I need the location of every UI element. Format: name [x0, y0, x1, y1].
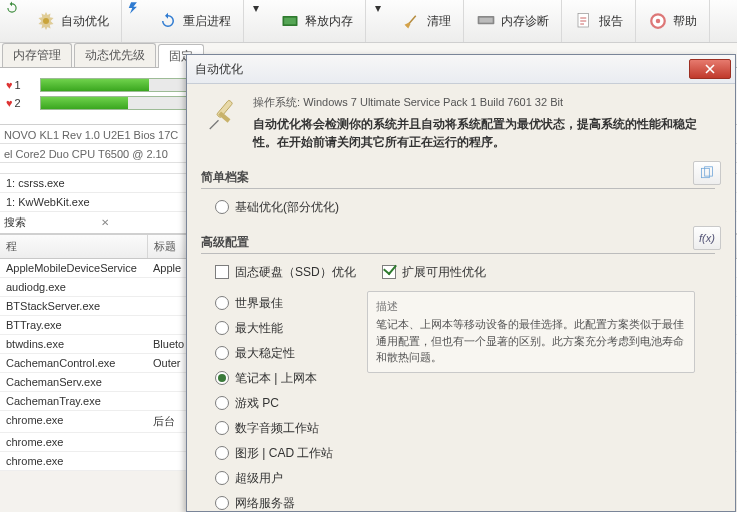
section-title: 高级配置 — [201, 234, 715, 254]
toolbar-label: 帮助 — [673, 13, 697, 30]
syringe-icon — [201, 94, 243, 136]
radio-icon — [215, 496, 229, 510]
section-simple: 简单档案 基础优化(部分优化) — [201, 169, 715, 216]
cell-process: audiodg.exe — [0, 278, 147, 296]
core-label: ♥2 — [6, 97, 34, 109]
core1-bar — [40, 78, 192, 92]
close-button[interactable] — [689, 59, 731, 79]
profile-description-box: 描述 笔记本、上网本等移动设备的最佳选择。此配置方案类似于最佳通用配置，但也有一… — [367, 291, 695, 373]
radio-icon — [215, 371, 229, 385]
radio-icon — [215, 396, 229, 410]
toolbar-label: 清理 — [427, 13, 451, 30]
cell-process: BTTray.exe — [0, 316, 147, 334]
toolbar-auto-optimize[interactable]: 自动优化 — [24, 0, 122, 42]
radio-icon — [215, 421, 229, 435]
radio-profile[interactable]: 数字音频工作站 — [215, 420, 333, 437]
col-header-name[interactable]: 程 — [0, 235, 148, 258]
search-label: 搜索 — [0, 212, 30, 233]
os-value: Windows 7 Ultimate Service Pack 1 Build … — [303, 96, 563, 108]
radio-icon — [215, 321, 229, 335]
toolbar-label: 报告 — [599, 13, 623, 30]
toolbar-label: 释放内存 — [305, 13, 353, 30]
help-icon — [648, 11, 668, 31]
radio-profile[interactable]: 游戏 PC — [215, 395, 333, 412]
radio-profile[interactable]: 超级用户 — [215, 470, 333, 487]
close-icon — [704, 64, 716, 74]
dialog-title: 自动优化 — [195, 61, 243, 78]
fx-icon: f(x) — [699, 232, 715, 244]
svg-rect-4 — [479, 18, 492, 23]
desc-body: 笔记本、上网本等移动设备的最佳选择。此配置方案类似于最佳通用配置，但也有一个显著… — [376, 316, 686, 366]
copy-profile-button[interactable] — [693, 161, 721, 185]
toolbar-label: 重启进程 — [183, 13, 231, 30]
fx-button[interactable]: f(x) — [693, 226, 721, 250]
toolbar-mem-diag[interactable]: 内存诊断 — [464, 0, 562, 42]
radio-icon — [215, 296, 229, 310]
radio-basic-optimize[interactable]: 基础优化(部分优化) — [215, 199, 715, 216]
main-toolbar: 自动优化 重启进程 ▾ 释放内存 ▾ 清理 内存诊断 报告 — [0, 0, 737, 43]
bolt-icon[interactable] — [122, 0, 146, 16]
radio-profile[interactable]: 最大性能 — [215, 320, 333, 337]
chip-icon — [476, 11, 496, 31]
radio-icon — [215, 346, 229, 360]
report-icon — [574, 11, 594, 31]
cell-process: chrome.exe — [0, 433, 147, 451]
dropdown-icon[interactable]: ▾ — [244, 0, 268, 16]
radio-icon — [215, 471, 229, 485]
cell-process: chrome.exe — [0, 411, 147, 432]
dropdown-icon[interactable]: ▾ — [366, 0, 390, 16]
svg-rect-2 — [284, 18, 296, 25]
cell-process: BTStackServer.exe — [0, 297, 147, 315]
toolbar-label: 自动优化 — [61, 13, 109, 30]
section-advanced: 高级配置 f(x) 固态硬盘（SSD）优化 扩展可用性优化 世界最佳最大性能最大… — [201, 234, 715, 513]
toolbar-label: 内存诊断 — [501, 13, 549, 30]
dialog-description: 自动优化将会检测你的系统并且自动将系统配置为最优状态，提高系统的性能和稳定性。在… — [253, 115, 715, 151]
tab-priority[interactable]: 动态优先级 — [74, 43, 156, 67]
copy-icon — [699, 166, 715, 180]
cell-process: chrome.exe — [0, 452, 147, 470]
refresh-icon — [158, 11, 178, 31]
dialog-titlebar[interactable]: 自动优化 — [187, 55, 735, 84]
toolbar-report[interactable]: 报告 — [562, 0, 636, 42]
search-input[interactable] — [30, 214, 98, 232]
core2-bar — [40, 96, 192, 110]
cell-process: btwdins.exe — [0, 335, 147, 353]
radio-profile[interactable]: 笔记本 | 上网本 — [215, 370, 333, 387]
radio-profile[interactable]: 最大稳定性 — [215, 345, 333, 362]
chip-green-icon — [280, 11, 300, 31]
refresh-small-icon[interactable] — [0, 0, 24, 16]
cell-process: CachemanTray.exe — [0, 392, 147, 410]
toolbar-free-memory[interactable]: 释放内存 — [268, 0, 366, 42]
gear-icon — [36, 11, 56, 31]
auto-optimize-dialog: 自动优化 操作系统: Windows 7 Ultimate Service Pa… — [186, 54, 736, 512]
radio-profile[interactable]: 网络服务器 — [215, 495, 333, 512]
radio-profile[interactable]: 世界最佳 — [215, 295, 333, 312]
checkbox-ssd[interactable]: 固态硬盘（SSD）优化 — [215, 264, 356, 281]
toolbar-clean[interactable]: 清理 — [390, 0, 464, 42]
svg-point-7 — [656, 19, 661, 24]
toolbar-restart-process[interactable]: 重启进程 — [146, 0, 244, 42]
cell-process: CachemanServ.exe — [0, 373, 147, 391]
checkbox-extended[interactable]: 扩展可用性优化 — [382, 264, 486, 281]
cell-process: AppleMobileDeviceService — [0, 259, 147, 277]
core-label: ♥心 11 — [6, 79, 34, 91]
clear-icon[interactable]: ✕ — [98, 217, 112, 228]
toolbar-help[interactable]: 帮助 — [636, 0, 710, 42]
svg-line-10 — [210, 120, 219, 129]
desc-title: 描述 — [376, 298, 686, 315]
checkbox-icon — [215, 265, 229, 279]
cell-process: CachemanControl.exe — [0, 354, 147, 372]
radio-icon — [215, 446, 229, 460]
radio-profile[interactable]: 图形 | CAD 工作站 — [215, 445, 333, 462]
checkbox-icon — [382, 265, 396, 279]
broom-icon — [402, 11, 422, 31]
tab-memory[interactable]: 内存管理 — [2, 43, 72, 67]
os-label: 操作系统: — [253, 96, 300, 108]
radio-icon — [215, 200, 229, 214]
svg-rect-5 — [578, 14, 589, 28]
section-title: 简单档案 — [201, 169, 715, 189]
